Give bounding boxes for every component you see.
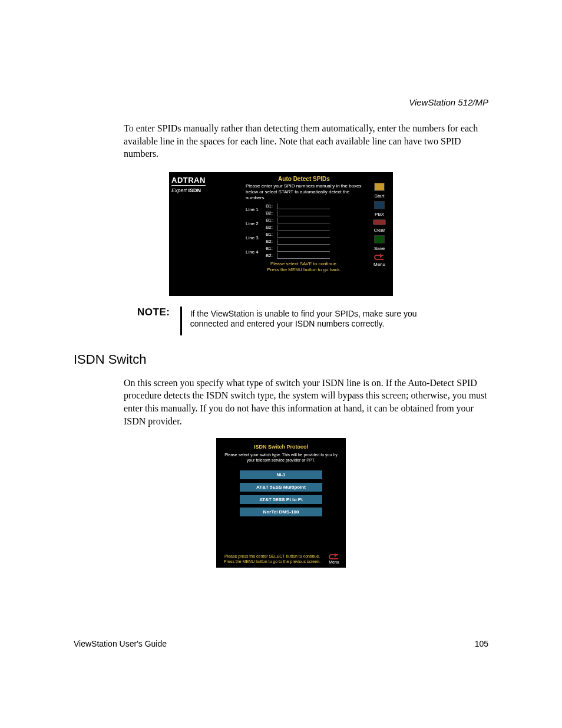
spid-input[interactable] (277, 210, 330, 216)
line-row: Line 4 B1: B2: (246, 246, 362, 259)
note-tag: NOTE: (137, 307, 180, 335)
switch-option[interactable]: AT&T 5ESS Pt to Pt (240, 495, 322, 504)
b2-label: B2: (266, 210, 275, 216)
intro-paragraph: To enter SPIDs manually rather than dete… (124, 122, 488, 160)
running-header: ViewStation 512/MP (409, 97, 488, 107)
note-bar (180, 307, 181, 335)
spid-input[interactable] (277, 232, 330, 238)
b1-label: B1: (266, 246, 275, 251)
shot2-footer: Please press the center SELECT button to… (221, 554, 323, 564)
page-footer: ViewStation User's Guide 105 (74, 639, 488, 648)
start-icon[interactable] (374, 183, 385, 191)
shot1-main: Auto Detect SPIDs Please enter your SPID… (216, 172, 366, 296)
spid-input[interactable] (277, 246, 330, 252)
spid-input[interactable] (277, 239, 330, 245)
screenshot-auto-detect-spids: ADTRAN Expert ISDN Auto Detect SPIDs Ple… (169, 172, 393, 296)
page: ViewStation 512/MP To enter SPIDs manual… (0, 0, 562, 728)
clear-label: Clear (373, 228, 385, 233)
shot1-sidebar: Start PBX Clear Save Menu (366, 172, 393, 296)
spid-input[interactable] (277, 203, 330, 209)
save-label: Save (374, 246, 385, 251)
footer-left: ViewStation User's Guide (74, 639, 167, 648)
section-heading: ISDN Switch (74, 352, 488, 367)
pbx-icon[interactable] (374, 201, 385, 209)
line-row: Line 3 B1: B2: (246, 232, 362, 245)
menu-label: Menu (327, 560, 341, 564)
switch-option[interactable]: NorTel DMS-100 (240, 508, 322, 516)
save-icon[interactable] (374, 235, 385, 243)
b1-label: B1: (266, 232, 275, 237)
brand-block: ADTRAN Expert ISDN (169, 172, 216, 296)
clear-icon[interactable] (373, 219, 386, 225)
start-label: Start (375, 193, 385, 199)
brand-adtran: ADTRAN (171, 176, 206, 186)
note-block: NOTE: If the ViewStation is unable to fi… (137, 307, 432, 335)
foot-line: Please select SAVE to continue. (246, 261, 362, 267)
footer-right: 105 (475, 639, 488, 648)
b1-label: B1: (266, 203, 275, 209)
shot2-title: ISDN Switch Protocol (221, 444, 341, 450)
shot1-title: Auto Detect SPIDs (246, 176, 362, 182)
b2-label: B2: (266, 225, 275, 230)
switch-option[interactable]: NI-1 (240, 470, 322, 479)
brand-isdn: ISDN (189, 187, 201, 193)
b2-label: B2: (266, 239, 275, 244)
menu-label: Menu (373, 262, 385, 267)
line-row: Line 2 B1: B2: (246, 218, 362, 230)
shot1-footer: Please select SAVE to continue. Press th… (246, 261, 362, 274)
spid-input[interactable] (277, 225, 330, 230)
b2-label: B2: (266, 253, 275, 258)
pbx-label: PBX (375, 212, 384, 217)
brand-expert: Expert (171, 187, 187, 193)
screenshot-isdn-switch: ISDN Switch Protocol Please select your … (216, 438, 346, 568)
line-label: Line 3 (246, 232, 266, 241)
brand-expert-isdn: Expert ISDN (171, 187, 214, 193)
b1-label: B1: (266, 218, 275, 223)
foot-line: Press the MENU button to go back. (246, 267, 362, 273)
line-label: Line 1 (246, 203, 266, 212)
spid-input[interactable] (277, 218, 330, 223)
note-text: If the ViewStation is unable to find you… (190, 307, 432, 335)
line-label: Line 4 (246, 246, 266, 255)
menu-back-icon[interactable] (374, 253, 385, 259)
shot1-desc: Please enter your SPID numbers manually … (246, 183, 362, 201)
line-label: Line 2 (246, 218, 266, 226)
shot2-desc: Please select your switch type. This wil… (221, 452, 341, 463)
line-row: Line 1 B1: B2: (246, 203, 362, 216)
menu-button[interactable]: Menu (327, 553, 341, 564)
menu-back-icon (329, 553, 339, 559)
spid-input[interactable] (277, 253, 330, 259)
section-paragraph: On this screen you specify what type of … (124, 377, 488, 427)
switch-option[interactable]: AT&T 5ESS Multipoint (240, 483, 322, 492)
